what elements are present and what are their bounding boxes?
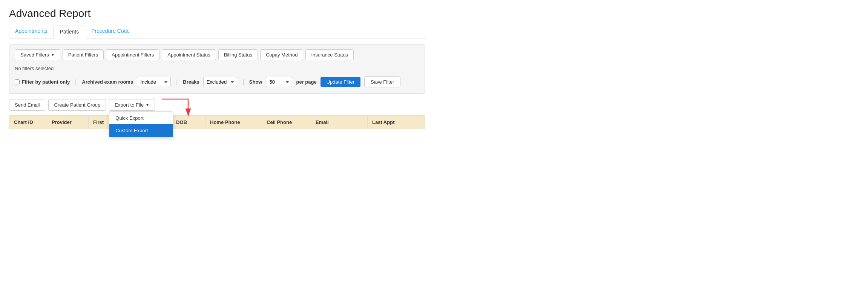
insurance-status-button[interactable]: Insurance Status bbox=[305, 49, 354, 60]
page-title: Advanced Report bbox=[9, 8, 425, 20]
th-chart-id: Chart ID bbox=[9, 116, 47, 129]
update-filter-button[interactable]: Update Filter bbox=[321, 77, 360, 87]
breaks-select[interactable]: Excluded Included bbox=[203, 77, 237, 87]
appointment-status-label: Appointment Status bbox=[167, 52, 210, 58]
insurance-status-label: Insurance Status bbox=[311, 52, 348, 58]
save-filter-button[interactable]: Save Filter bbox=[364, 76, 400, 87]
divider-3: | bbox=[242, 79, 244, 86]
divider-1: | bbox=[75, 79, 77, 86]
export-caret-icon: ▼ bbox=[146, 103, 149, 107]
appointment-filters-button[interactable]: Appointment Filters bbox=[106, 49, 159, 60]
appointment-filters-label: Appointment Filters bbox=[112, 52, 154, 58]
quick-export-item[interactable]: Quick Export bbox=[109, 112, 173, 124]
create-patient-group-button[interactable]: Create Patient Group bbox=[48, 99, 106, 111]
th-home-phone: Home Phone bbox=[205, 116, 262, 129]
saved-filters-caret-icon: ▼ bbox=[51, 53, 55, 57]
show-select[interactable]: 50 10 25 100 bbox=[266, 77, 292, 87]
th-cell-phone: Cell Phone bbox=[262, 116, 311, 129]
archived-exam-rooms-label: Archived exam rooms bbox=[82, 79, 133, 85]
copay-method-button[interactable]: Copay Method bbox=[260, 49, 304, 60]
filter-buttons-row: Saved Filters ▼ Patient Filters Appointm… bbox=[15, 49, 419, 60]
filter-by-patient-only-checkbox[interactable] bbox=[15, 79, 20, 84]
options-row: Filter by patient only | Archived exam r… bbox=[15, 73, 419, 89]
th-provider: Provider bbox=[47, 116, 89, 129]
tab-appointments[interactable]: Appointments bbox=[9, 25, 54, 38]
billing-status-button[interactable]: Billing Status bbox=[218, 49, 258, 60]
table-header-row: Chart ID Provider First Name DOB Home Ph… bbox=[9, 115, 425, 129]
saved-filters-button[interactable]: Saved Filters ▼ bbox=[15, 49, 60, 60]
archived-exam-rooms-select[interactable]: Include Exclude bbox=[137, 77, 171, 87]
th-last-appt: Last Appt bbox=[368, 116, 405, 129]
divider-2: | bbox=[176, 79, 178, 86]
tab-procedure-code[interactable]: Procedure Code bbox=[85, 25, 136, 38]
show-label: Show bbox=[249, 79, 262, 85]
appointment-status-button[interactable]: Appointment Status bbox=[162, 49, 216, 60]
th-dob: DOB bbox=[172, 116, 205, 129]
export-to-file-button[interactable]: Export to File ▼ bbox=[109, 99, 155, 111]
export-to-file-label: Export to File bbox=[115, 102, 144, 108]
custom-export-item[interactable]: Custom Export bbox=[109, 124, 173, 137]
export-dropdown-menu: Quick Export Custom Export bbox=[109, 111, 173, 137]
no-filters-text: No filters selected bbox=[15, 64, 419, 73]
copay-method-label: Copay Method bbox=[266, 52, 298, 58]
export-wrapper: Export to File ▼ Quick Export Custom Exp… bbox=[109, 99, 155, 111]
tab-patients[interactable]: Patients bbox=[54, 26, 86, 38]
breaks-label: Breaks bbox=[183, 79, 199, 85]
patient-filters-button[interactable]: Patient Filters bbox=[63, 49, 104, 60]
filter-by-patient-only-label[interactable]: Filter by patient only bbox=[15, 79, 70, 85]
filter-by-patient-only-text: Filter by patient only bbox=[22, 79, 70, 85]
patient-filters-label: Patient Filters bbox=[68, 52, 98, 58]
per-page-label: per page bbox=[296, 79, 316, 85]
send-email-button[interactable]: Send Email bbox=[9, 99, 45, 111]
th-email: Email bbox=[311, 116, 368, 129]
filters-section: Saved Filters ▼ Patient Filters Appointm… bbox=[9, 44, 425, 94]
billing-status-label: Billing Status bbox=[224, 52, 252, 58]
action-buttons-row: Send Email Create Patient Group Export t… bbox=[9, 99, 425, 111]
tabs-bar: Appointments Patients Procedure Code bbox=[9, 25, 425, 38]
saved-filters-label: Saved Filters bbox=[20, 52, 49, 58]
